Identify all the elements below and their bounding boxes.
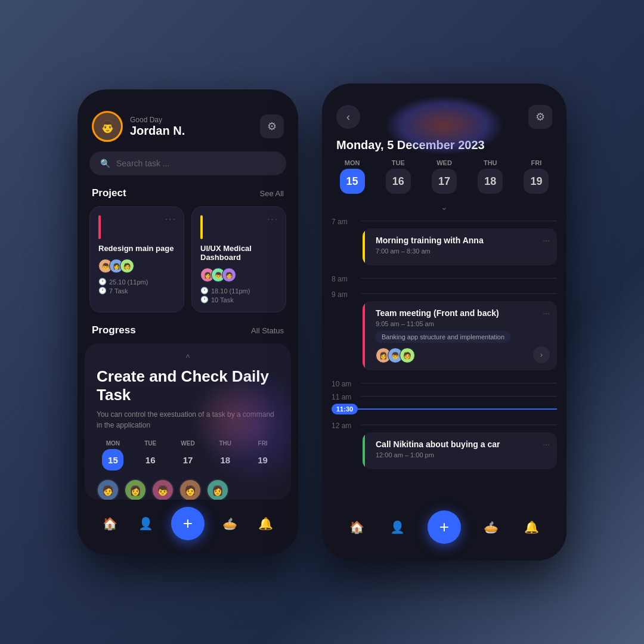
- event-menu[interactable]: ···: [543, 439, 550, 449]
- project-menu-icon[interactable]: ···: [267, 214, 278, 225]
- day-num: 19: [524, 169, 549, 194]
- day-num: 17: [432, 169, 457, 194]
- day-name: THU: [484, 159, 497, 166]
- event-arrow[interactable]: ›: [533, 346, 550, 363]
- progress-header: Progress All Status: [78, 322, 298, 343]
- all-status-link[interactable]: All Status: [251, 326, 284, 335]
- event-call-nikitina[interactable]: ··· Call Nikitina about buying a car 12:…: [363, 432, 557, 469]
- phones-container: 👨 Good Day Jordan N. ⚙ 🔍 Search task ...…: [78, 83, 566, 561]
- event-title: Team meeting (Front and back): [376, 308, 549, 318]
- team-avatars-row: 🧑 👩 👦 🧑 👩: [97, 479, 279, 500]
- meta-row: 🕐 18.10 (11pm): [200, 287, 277, 295]
- time-divider: [361, 425, 557, 425]
- bottom-nav: 🏠 👤 + 🥧 🔔: [78, 500, 298, 555]
- project-card-1[interactable]: ··· Redesign main page 👦 👩 🧑 🕐 25.10 (11…: [89, 206, 184, 312]
- p2-cal-day-fri[interactable]: FRI 19: [516, 159, 557, 194]
- p1-header: 👨 Good Day Jordan N. ⚙: [78, 89, 298, 151]
- team-avatar: 👩: [124, 479, 147, 500]
- nav-add-button[interactable]: +: [428, 510, 461, 544]
- task-icon: 🕐: [200, 296, 209, 304]
- p2-cal-day-mon[interactable]: MON 15: [332, 159, 373, 194]
- project-avatars-1: 👦 👩 🧑: [98, 259, 175, 273]
- team-avatar: 👩: [206, 479, 229, 500]
- nav-add-button[interactable]: +: [171, 507, 205, 540]
- cal-day-mon[interactable]: MON 15: [97, 440, 129, 470]
- see-all-link[interactable]: See All: [260, 189, 284, 198]
- nav-home[interactable]: 🏠: [346, 516, 367, 538]
- current-time-indicator: 11:30: [332, 404, 557, 414]
- user-name: Jordan N.: [130, 124, 185, 138]
- progress-section: ^ Create and Check Daily Task You can co…: [85, 343, 291, 500]
- event-bar: [363, 228, 365, 265]
- day-name: TUE: [392, 159, 405, 166]
- day-num: 18: [478, 169, 503, 194]
- project-meta-1: 🕐 25.10 (11pm) 🕐 7 Task: [98, 278, 175, 295]
- nav-notifications[interactable]: 🔔: [521, 516, 543, 538]
- cal-day-fri[interactable]: FRI 19: [246, 440, 279, 470]
- nav-profile[interactable]: 👤: [135, 513, 157, 534]
- project-tasks: 7 Task: [109, 287, 128, 295]
- nav-notifications[interactable]: 🔔: [255, 513, 277, 534]
- settings-button[interactable]: ⚙: [260, 114, 284, 138]
- projects-header: Project See All: [78, 185, 298, 206]
- search-placeholder: Search task ...: [116, 159, 169, 168]
- nav-home[interactable]: 🏠: [99, 513, 120, 534]
- timeline: 7 am ··· Morning training with Anna 7:00…: [322, 215, 566, 503]
- p2-header: ‹ ⚙: [322, 83, 566, 138]
- event-morning-training[interactable]: ··· Morning training with Anna 7:00 am –…: [363, 228, 557, 265]
- chevron-up-icon: ^: [97, 353, 279, 363]
- meta-row: 🕐 10 Task: [200, 296, 277, 304]
- avatar[interactable]: 👨: [92, 111, 123, 142]
- team-avatar: 🧑: [179, 479, 202, 500]
- project-menu-icon[interactable]: ···: [165, 214, 177, 225]
- day-num: 15: [340, 169, 365, 194]
- event-menu[interactable]: ···: [543, 236, 550, 245]
- projects-title: Project: [92, 187, 126, 199]
- nav-chart[interactable]: 🥧: [480, 516, 501, 538]
- nav-chart[interactable]: 🥧: [219, 513, 240, 534]
- search-bar[interactable]: 🔍 Search task ...: [89, 151, 286, 175]
- time-divider: [361, 396, 557, 397]
- event-footer: 👩 👦 🧑 ›: [376, 348, 549, 363]
- p2-cal-day-tue[interactable]: TUE 16: [377, 159, 419, 194]
- day-name: MON: [345, 159, 360, 166]
- event-avatars: 👩 👦 🧑: [376, 348, 411, 363]
- event-team-meeting[interactable]: ··· Team meeting (Front and back) 9:05 a…: [363, 301, 557, 370]
- cal-day-tue[interactable]: TUE 16: [134, 440, 167, 470]
- nav-profile[interactable]: 👤: [387, 516, 408, 538]
- project-card-2[interactable]: ··· UI/UX Medical Dashboard 👩 👦 🧑 🕐 18.1…: [191, 206, 286, 312]
- p2-cal-day-wed[interactable]: WED 17: [423, 159, 465, 194]
- p1-avatar-section: 👨 Good Day Jordan N.: [92, 111, 185, 142]
- progress-calendar: MON 15 TUE 16 WED 17 THU 18: [97, 440, 279, 470]
- time-row-8am: 8 am: [332, 273, 557, 283]
- event-title: Call Nikitina about buying a car: [376, 439, 549, 449]
- team-avatar: 🧑: [97, 479, 119, 500]
- day-name: THU: [219, 440, 232, 447]
- event-bar: [363, 432, 365, 469]
- cal-day-thu[interactable]: THU 18: [209, 440, 242, 470]
- phone-left: 👨 Good Day Jordan N. ⚙ 🔍 Search task ...…: [78, 89, 298, 555]
- chevron-down-icon[interactable]: ⌄: [322, 199, 566, 215]
- p2-cal-day-thu[interactable]: THU 18: [470, 159, 511, 194]
- time-row-9am: 9 am: [332, 288, 557, 299]
- cal-day-wed[interactable]: WED 17: [172, 440, 205, 470]
- day-number: 18: [215, 449, 236, 470]
- day-number: 17: [177, 449, 199, 470]
- event-menu[interactable]: ···: [543, 308, 550, 318]
- time-row-11am: 11 am: [332, 391, 557, 401]
- meta-row: 🕐 25.10 (11pm): [98, 278, 175, 286]
- day-number: 19: [252, 449, 274, 470]
- project-name-2: UI/UX Medical Dashboard: [200, 244, 277, 262]
- project-date: 18.10 (11pm): [211, 287, 250, 295]
- settings-button[interactable]: ⚙: [528, 105, 552, 129]
- back-button[interactable]: ‹: [336, 105, 360, 129]
- projects-list: ··· Redesign main page 👦 👩 🧑 🕐 25.10 (11…: [78, 206, 298, 322]
- day-name: WED: [181, 440, 194, 447]
- time-row-7am: 7 am: [332, 215, 557, 226]
- day-name: FRI: [531, 159, 542, 166]
- event-time: 9:05 am – 11:05 am: [376, 320, 549, 327]
- clock-icon: 🕐: [98, 278, 107, 286]
- event-time: 7:00 am – 8:30 am: [376, 247, 549, 255]
- avatar-item: 🧑: [222, 268, 236, 282]
- event-content: ··· Call Nikitina about buying a car 12:…: [371, 439, 549, 459]
